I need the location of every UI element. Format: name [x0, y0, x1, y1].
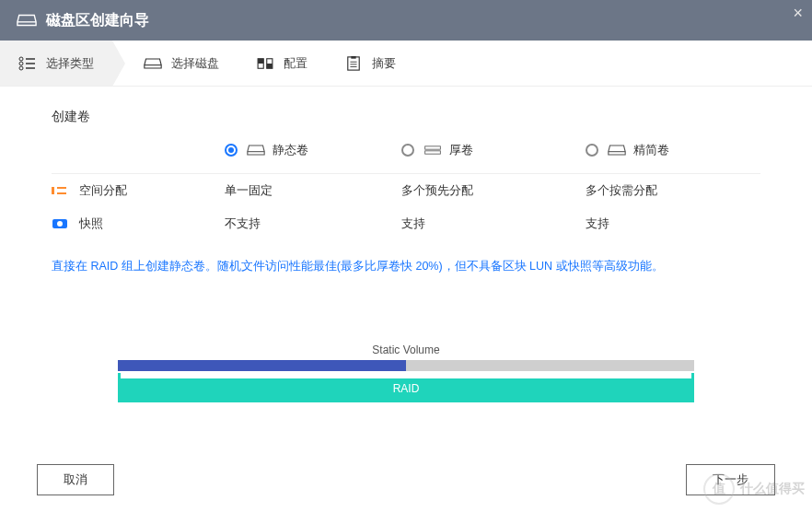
raid-label: RAID [393, 382, 420, 395]
attr-value: 支持 [401, 215, 586, 232]
svg-rect-18 [425, 146, 441, 149]
list-icon [18, 56, 37, 71]
svg-rect-21 [52, 187, 54, 194]
svg-rect-19 [425, 151, 441, 154]
volume-type-row: 静态卷 厚卷 精简卷 [52, 142, 760, 158]
disk-icon [17, 13, 37, 28]
watermark-badge: 值 [703, 473, 735, 505]
attr-value: 不支持 [225, 215, 401, 232]
static-volume-fill [118, 360, 406, 371]
radio-icon [225, 144, 238, 157]
volume-option-static[interactable]: 静态卷 [225, 142, 401, 158]
svg-point-3 [19, 62, 23, 65]
step-label: 选择磁盘 [171, 55, 219, 72]
attributes-grid: 空间分配 单一固定 多个预先分配 多个按需分配 快照 不支持 支持 支持 [52, 173, 760, 240]
drive-icon [608, 144, 626, 157]
wizard-footer: 取消 下一步 [0, 464, 812, 495]
description-text: 直接在 RAID 组上创建静态卷。随机文件访问性能最佳(最多比厚卷快 20%)，… [52, 257, 760, 275]
close-icon[interactable]: × [793, 4, 803, 23]
static-volume-empty [406, 360, 694, 371]
attr-value: 支持 [586, 215, 609, 232]
svg-rect-9 [258, 58, 263, 63]
raid-bar: RAID [118, 378, 694, 402]
summary-icon [344, 56, 363, 71]
attr-value: 多个按需分配 [586, 182, 657, 199]
titlebar: 磁盘区创建向导 × [0, 0, 812, 41]
volume-option-thin[interactable]: 精简卷 [586, 142, 669, 158]
attr-label: 空间分配 [79, 182, 127, 199]
volume-option-label: 厚卷 [449, 142, 473, 158]
attr-value: 多个预先分配 [401, 182, 586, 199]
volume-option-thick[interactable]: 厚卷 [401, 142, 586, 158]
volume-option-label: 静态卷 [273, 142, 308, 158]
attr-row-space: 空间分配 单一固定 多个预先分配 多个按需分配 [52, 174, 760, 207]
step-select-type[interactable]: 选择类型 [0, 41, 112, 86]
step-configure[interactable]: 配置 [238, 41, 326, 86]
svg-point-1 [19, 57, 23, 61]
step-summary[interactable]: 摘要 [326, 41, 414, 86]
snapshot-icon [52, 217, 68, 230]
svg-point-5 [19, 66, 23, 70]
radio-icon [401, 144, 414, 157]
radio-icon [586, 144, 598, 157]
volume-diagram: Static Volume RAID [52, 343, 760, 402]
svg-rect-13 [351, 56, 355, 59]
space-icon [52, 184, 68, 197]
drive-icon [247, 144, 265, 157]
static-volume-bar [118, 360, 694, 371]
section-title: 创建卷 [52, 109, 760, 125]
config-icon [256, 56, 274, 71]
svg-rect-12 [348, 56, 359, 69]
window-title: 磁盘区创建向导 [46, 11, 149, 30]
volume-option-label: 精简卷 [633, 142, 669, 158]
svg-rect-11 [267, 64, 273, 68]
watermark-text: 什么值得买 [740, 481, 805, 497]
attr-label: 快照 [79, 215, 103, 232]
disk-icon [144, 56, 162, 71]
step-label: 选择类型 [46, 55, 94, 72]
wizard-content: 创建卷 静态卷 厚卷 精简卷 [0, 87, 812, 402]
attr-value: 单一固定 [225, 182, 401, 199]
step-label: 配置 [284, 55, 307, 72]
svg-point-25 [57, 221, 63, 227]
step-select-disk[interactable]: 选择磁盘 [125, 41, 238, 86]
step-label: 摘要 [372, 55, 396, 72]
static-volume-label: Static Volume [118, 343, 694, 356]
drive-stack-icon [423, 144, 442, 157]
wizard-steps: 选择类型 选择磁盘 配置 摘要 [0, 41, 812, 87]
watermark: 值 什么值得买 [703, 473, 805, 505]
cancel-button[interactable]: 取消 [37, 464, 114, 495]
attr-row-snapshot: 快照 不支持 支持 支持 [52, 207, 760, 240]
